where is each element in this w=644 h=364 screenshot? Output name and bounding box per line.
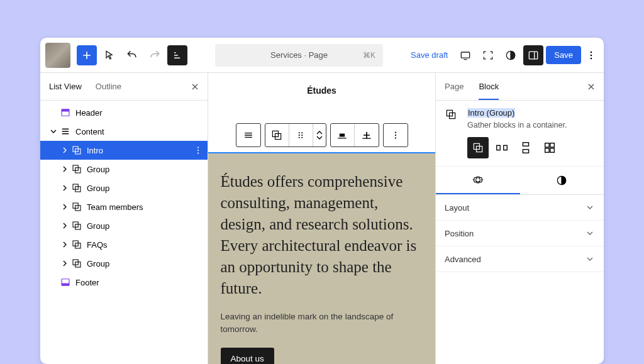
intro-heading[interactable]: Études offers comprehensive consulting, … — [221, 171, 423, 299]
group-icon — [70, 182, 83, 194]
svg-point-58 — [299, 135, 300, 136]
close-settings-button[interactable] — [586, 82, 596, 92]
svg-rect-79 — [550, 148, 554, 152]
svg-point-32 — [197, 206, 199, 207]
tab-block[interactable]: Block — [479, 74, 499, 100]
svg-point-12 — [197, 131, 199, 132]
row-options-button[interactable] — [192, 145, 204, 156]
svg-point-51 — [197, 279, 199, 280]
about-us-button[interactable]: About us — [221, 348, 274, 365]
svg-rect-72 — [497, 145, 501, 150]
svg-rect-0 — [462, 52, 470, 58]
svg-point-18 — [197, 152, 199, 153]
block-type-button[interactable] — [265, 124, 289, 146]
section-label: Advanced — [445, 255, 481, 264]
chevron-icon[interactable] — [59, 201, 70, 212]
tab-page[interactable]: Page — [445, 74, 464, 99]
list-view-tabs: List View Outline — [40, 73, 208, 101]
variation-group[interactable] — [467, 137, 489, 158]
inserter-button[interactable] — [77, 45, 97, 65]
intro-group-block[interactable]: Études offers comprehensive consulting, … — [208, 152, 435, 364]
section-label: Position — [445, 229, 474, 238]
tree-row[interactable]: FAQs — [40, 235, 208, 254]
block-options-button[interactable] — [384, 124, 408, 146]
chevron-icon[interactable] — [59, 163, 70, 175]
svg-point-5 — [591, 57, 592, 59]
tree-row[interactable]: Footer — [40, 273, 208, 292]
document-title-bar[interactable]: Services · Page ⌘K — [215, 44, 383, 67]
list-view-panel: List View Outline HeaderContentIntroGrou… — [40, 73, 208, 364]
select-tool-button[interactable] — [99, 45, 119, 65]
top-toolbar: Services · Page ⌘K Save draft Save — [40, 38, 604, 73]
svg-rect-64 — [362, 138, 370, 139]
chevron-icon[interactable] — [59, 239, 70, 250]
svg-rect-77 — [550, 143, 554, 147]
section-position[interactable]: Position — [436, 221, 604, 246]
svg-point-3 — [591, 51, 592, 53]
listview-toggle-button[interactable] — [167, 45, 187, 65]
contrast-button[interactable] — [501, 45, 521, 65]
tree-row[interactable]: Content — [40, 122, 208, 141]
redo-button[interactable] — [145, 45, 165, 65]
group-icon — [70, 219, 83, 232]
variation-grid[interactable] — [539, 137, 560, 158]
desktop-preview-button[interactable] — [455, 45, 475, 65]
chevron-icon[interactable] — [59, 220, 70, 231]
variation-row[interactable] — [491, 137, 513, 158]
svg-point-27 — [197, 187, 199, 189]
tree-row[interactable]: Intro — [40, 141, 208, 160]
chevron-icon[interactable] — [59, 182, 70, 194]
undo-button[interactable] — [122, 45, 142, 65]
section-layout[interactable]: Layout — [436, 195, 604, 221]
chevron-icon[interactable] — [48, 126, 59, 137]
settings-panel-toggle[interactable] — [523, 45, 543, 65]
chevron-icon[interactable] — [59, 145, 70, 156]
section-advanced[interactable]: Advanced — [436, 246, 604, 272]
svg-rect-50 — [62, 284, 69, 286]
tab-outline[interactable]: Outline — [96, 82, 121, 91]
more-menu-button[interactable] — [584, 49, 599, 62]
tree-label: FAQs — [87, 240, 108, 250]
close-list-view-button[interactable] — [190, 82, 200, 92]
svg-point-17 — [197, 150, 199, 151]
tree-row[interactable]: Header — [40, 103, 208, 122]
drag-handle[interactable] — [289, 124, 313, 146]
block-tree: HeaderContentIntroGroupGroupTeam members… — [40, 101, 208, 364]
tree-row[interactable]: Group — [40, 216, 208, 235]
svg-point-59 — [301, 135, 303, 136]
variation-stack[interactable] — [515, 137, 536, 158]
svg-rect-2 — [530, 52, 538, 59]
parent-block-button[interactable] — [236, 124, 260, 146]
chevron-icon[interactable] — [59, 258, 70, 269]
tree-row[interactable]: Group — [40, 179, 208, 197]
tab-list-view[interactable]: List View — [49, 82, 82, 91]
tree-row[interactable]: Group — [40, 160, 208, 179]
site-thumbnail[interactable] — [45, 43, 70, 68]
group-variations — [467, 137, 567, 158]
subtab-styles[interactable] — [520, 167, 604, 194]
tree-row[interactable]: Team members — [40, 197, 208, 216]
group-icon — [70, 238, 83, 251]
svg-point-43 — [197, 246, 199, 248]
fullscreen-button[interactable] — [478, 45, 498, 65]
site-title[interactable]: Études — [307, 85, 336, 96]
svg-point-42 — [197, 244, 199, 245]
svg-point-10 — [197, 114, 199, 116]
tree-label: Group — [87, 165, 109, 174]
tree-row[interactable]: Group — [40, 254, 208, 273]
save-button[interactable]: Save — [546, 46, 581, 64]
editor-body: List View Outline HeaderContentIntroGrou… — [40, 73, 604, 364]
editor-canvas[interactable]: Études — [208, 73, 435, 364]
align-button[interactable] — [331, 124, 355, 146]
subtab-settings[interactable] — [436, 167, 520, 194]
svg-point-53 — [197, 284, 199, 285]
svg-point-21 — [197, 165, 199, 167]
group-icon — [70, 163, 83, 175]
svg-point-22 — [197, 168, 199, 170]
tree-label: Content — [75, 127, 104, 136]
chevron-down-icon — [585, 228, 595, 238]
save-draft-link[interactable]: Save draft — [411, 50, 448, 60]
move-up-down-buttons[interactable] — [313, 124, 326, 146]
justify-button[interactable] — [355, 124, 379, 146]
intro-paragraph[interactable]: Leaving an indelible mark on the landsca… — [221, 311, 423, 336]
